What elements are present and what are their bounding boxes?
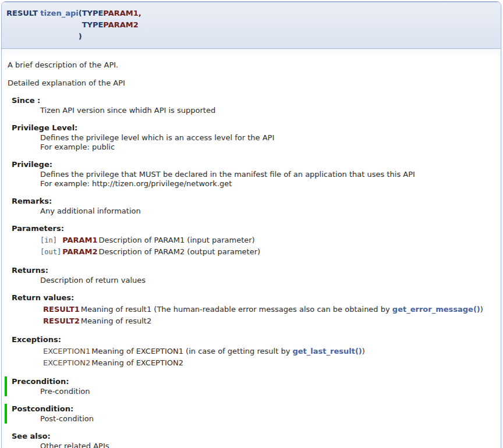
- section-text: For example: http://tizen.org/privilege/…: [40, 179, 496, 189]
- section-title: Returns:: [12, 265, 496, 275]
- function-name-link[interactable]: tizen_api: [40, 9, 78, 17]
- section-return-values: Return values: RESULT1 Meaning of result…: [6, 293, 496, 327]
- section-parameters: Parameters: [in] PARAM1 Description of P…: [6, 223, 496, 258]
- section-title: Privilege Level:: [12, 123, 496, 133]
- return-value-name: RESULT2: [43, 315, 81, 327]
- return-value-row: RESULT2 Meaning of result2: [43, 315, 484, 327]
- section-remarks: Remarks: Any additional information: [6, 196, 496, 216]
- exception-name: EXCEPTION2: [43, 357, 91, 369]
- exceptions-table: EXCEPTION1 Meaning of EXCEPTION1 (in cas…: [43, 346, 366, 369]
- section-privilege: Privilege: Defines the privilege that MU…: [6, 159, 496, 189]
- param-type: TYPE: [82, 19, 104, 31]
- section-text: Tizen API version since whidh API is sup…: [40, 106, 496, 115]
- section-see-also: See also: Other related APIs: [6, 431, 496, 448]
- get-error-message-link[interactable]: get_error_message(): [392, 305, 480, 314]
- section-title: See also:: [12, 431, 496, 441]
- param-name: PARAM2: [103, 19, 141, 31]
- open-paren: (: [79, 8, 82, 19]
- param-direction: [in]: [40, 234, 62, 246]
- section-returns: Returns: Description of return values: [6, 265, 496, 285]
- return-value-row: RESULT1 Meaning of result1 (The human-re…: [43, 304, 484, 315]
- section-text: Defines the privilege level which is an …: [40, 133, 496, 143]
- exception-description: Meaning of EXCEPTION1 (in case of gettin…: [91, 346, 366, 357]
- signature-table: RESULT tizen_api ( TYPE PARAM1, TYPE PAR…: [6, 8, 141, 42]
- section-text: Pre-condition: [40, 387, 496, 396]
- section-precondition: Precondition: Pre-condition: [5, 376, 496, 396]
- section-text: Description of return values: [40, 276, 496, 285]
- section-text: Any additional information: [40, 207, 496, 216]
- section-title: Parameters:: [12, 223, 496, 233]
- parameter-row: [out] PARAM2 Description of PARAM2 (outp…: [40, 246, 261, 258]
- param-type: TYPE: [82, 8, 104, 19]
- function-signature-header: RESULT tizen_api ( TYPE PARAM1, TYPE PAR…: [2, 2, 501, 49]
- brief-description: A brief description of the API.: [8, 61, 496, 70]
- exception-description: Meaning of EXCEPTION2: [91, 357, 366, 369]
- return-value-description: Meaning of result1 (The human-readable e…: [81, 304, 484, 315]
- get-last-result-link[interactable]: get_last_result(): [292, 347, 362, 355]
- section-text: For example: public: [40, 143, 496, 152]
- close-paren: ): [79, 31, 82, 42]
- section-title: Exceptions:: [12, 335, 496, 344]
- parameters-table: [in] PARAM1 Description of PARAM1 (input…: [40, 234, 261, 258]
- exception-row: EXCEPTION2 Meaning of EXCEPTION2: [43, 357, 366, 369]
- section-text: Post-condition: [40, 414, 496, 424]
- section-title: Precondition:: [12, 376, 496, 386]
- doc-body: A brief description of the API. Detailed…: [2, 49, 501, 448]
- section-text: Other related APIs: [40, 442, 496, 448]
- detailed-description: Detailed explanation of the API: [8, 79, 496, 88]
- param-name: PARAM2: [62, 246, 98, 258]
- section-title: Remarks:: [12, 196, 496, 206]
- section-privilege-level: Privilege Level: Defines the privilege l…: [6, 123, 496, 152]
- return-value-name: RESULT1: [43, 304, 81, 315]
- param-direction: [out]: [40, 246, 62, 258]
- api-doc-card: RESULT tizen_api ( TYPE PARAM1, TYPE PAR…: [1, 1, 501, 448]
- section-postcondition: Postcondition: Post-condition: [5, 404, 496, 424]
- param-description: Description of PARAM2 (output parameter): [99, 246, 262, 258]
- return-values-table: RESULT1 Meaning of result1 (The human-re…: [43, 304, 484, 327]
- param-name: PARAM1,: [103, 8, 141, 19]
- return-value-description: Meaning of result2: [81, 315, 484, 327]
- section-title: Privilege:: [12, 159, 496, 169]
- doc-page: RESULT tizen_api ( TYPE PARAM1, TYPE PAR…: [0, 0, 503, 448]
- section-title: Postcondition:: [12, 404, 496, 414]
- param-name: PARAM1: [62, 234, 98, 246]
- section-exceptions: Exceptions: EXCEPTION1 Meaning of EXCEPT…: [6, 335, 496, 369]
- section-title: Since :: [12, 95, 496, 105]
- param-description: Description of PARAM1 (input parameter): [99, 234, 262, 246]
- section-title: Return values:: [12, 293, 496, 303]
- exception-row: EXCEPTION1 Meaning of EXCEPTION1 (in cas…: [43, 346, 366, 357]
- exception-name: EXCEPTION1: [43, 346, 91, 357]
- return-type: RESULT: [6, 9, 38, 17]
- section-since: Since : Tizen API version since whidh AP…: [6, 95, 496, 115]
- parameter-row: [in] PARAM1 Description of PARAM1 (input…: [40, 234, 261, 246]
- section-text: Defines the privilege that MUST be decla…: [40, 170, 496, 179]
